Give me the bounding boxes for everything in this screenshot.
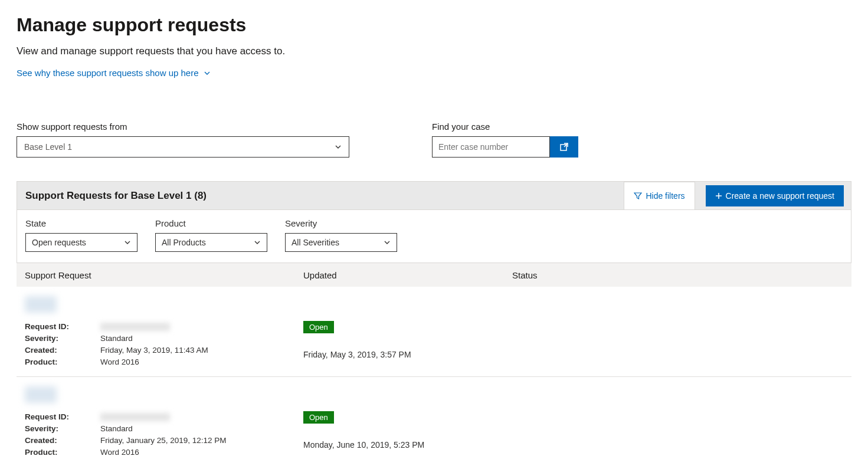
show-from-group: Show support requests from Base Level 1 — [17, 122, 349, 158]
label-product: Product: — [25, 447, 100, 458]
request-id-value — [100, 323, 170, 331]
open-icon — [559, 142, 569, 152]
page-subtitle: View and manage support requests that yo… — [17, 45, 851, 57]
product-value: Word 2016 — [100, 447, 139, 458]
svg-line-1 — [564, 143, 568, 147]
updated-value: Friday, May 3, 2019, 3:57 PM — [303, 350, 512, 359]
col-header-request[interactable]: Support Request — [17, 270, 303, 280]
find-case-input[interactable] — [432, 136, 550, 158]
hide-filters-button[interactable]: Hide filters — [624, 182, 695, 209]
label-request-id: Request ID: — [25, 321, 100, 333]
filter-state-value: Open requests — [32, 238, 86, 247]
chevron-down-icon — [254, 239, 261, 246]
created-value: Friday, May 3, 2019, 11:43 AM — [100, 345, 208, 356]
why-requests-link-text: See why these support requests show up h… — [17, 68, 199, 78]
filter-icon — [634, 192, 642, 200]
label-created: Created: — [25, 435, 100, 447]
label-request-id: Request ID: — [25, 411, 100, 423]
why-requests-link[interactable]: See why these support requests show up h… — [17, 68, 211, 78]
created-value: Friday, January 25, 2019, 12:12 PM — [100, 435, 227, 447]
product-logo — [25, 386, 57, 403]
label-created: Created: — [25, 345, 100, 356]
find-case-label: Find your case — [432, 122, 578, 132]
plus-icon — [715, 192, 722, 199]
table-header: Support Request Updated Status — [17, 263, 851, 287]
filter-state-label: State — [25, 218, 137, 228]
table-row[interactable]: Request ID: Severity:Standard Created:Fr… — [17, 377, 851, 467]
filters-bar: State Open requests Product All Products… — [17, 209, 851, 263]
status-badge: Open — [303, 411, 334, 424]
show-from-dropdown[interactable]: Base Level 1 — [17, 136, 349, 158]
filter-product-label: Product — [155, 218, 267, 228]
find-case-group: Find your case — [432, 122, 578, 158]
chevron-down-icon — [204, 70, 211, 77]
request-id-value — [100, 413, 170, 421]
show-from-label: Show support requests from — [17, 122, 349, 132]
chevron-down-icon — [384, 239, 391, 246]
label-product: Product: — [25, 356, 100, 368]
create-request-button[interactable]: Create a new support request — [706, 185, 844, 206]
filter-severity-value: All Severities — [291, 238, 339, 247]
product-value: Word 2016 — [100, 356, 139, 368]
table-row[interactable]: Request ID: Severity:Standard Created:Fr… — [17, 287, 851, 377]
filter-state-dropdown[interactable]: Open requests — [25, 233, 137, 252]
col-header-status[interactable]: Status — [512, 270, 851, 280]
label-severity: Severity: — [25, 333, 100, 345]
col-header-updated[interactable]: Updated — [303, 270, 512, 280]
filter-product-value: All Products — [162, 238, 206, 247]
create-request-label: Create a new support request — [726, 191, 834, 201]
filter-severity-dropdown[interactable]: All Severities — [285, 233, 397, 252]
label-severity: Severity: — [25, 423, 100, 435]
requests-table: Support Request Updated Status Request I… — [17, 263, 851, 467]
updated-value: Monday, June 10, 2019, 5:23 PM — [303, 440, 512, 450]
severity-value: Standard — [100, 333, 133, 345]
page-title: Manage support requests — [17, 14, 851, 36]
panel-header: Support Requests for Base Level 1 (8) Hi… — [17, 181, 851, 209]
svg-marker-2 — [634, 193, 641, 199]
chevron-down-icon — [335, 143, 342, 150]
panel-title: Support Requests for Base Level 1 (8) — [25, 190, 207, 202]
product-logo — [25, 296, 57, 313]
status-badge: Open — [303, 321, 334, 333]
filter-severity-label: Severity — [285, 218, 397, 228]
find-case-go-button[interactable] — [550, 136, 578, 158]
severity-value: Standard — [100, 423, 133, 435]
show-from-value: Base Level 1 — [24, 142, 72, 152]
chevron-down-icon — [124, 239, 131, 246]
filter-product-dropdown[interactable]: All Products — [155, 233, 267, 252]
hide-filters-label: Hide filters — [646, 191, 684, 201]
